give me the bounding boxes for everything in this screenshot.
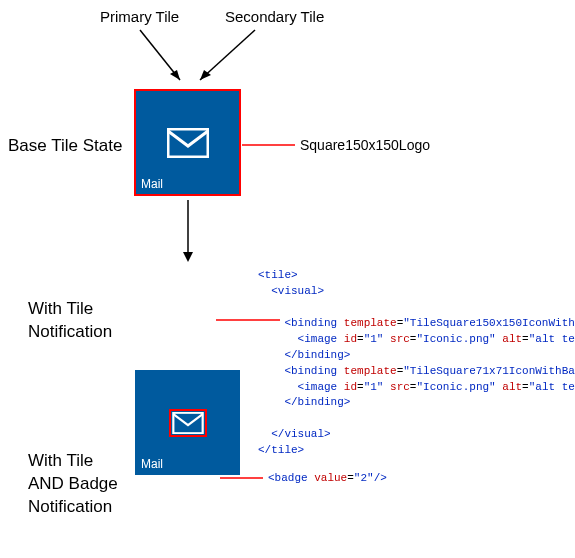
state-label-badge-l3: Notification: [28, 496, 118, 519]
state-label-notif-l1: With Tile: [28, 298, 112, 321]
badge-code: <badge value="2"/>: [268, 471, 387, 487]
state-label-badge-l1: With Tile: [28, 450, 118, 473]
xml-code-block: <tile> <visual> <binding template="TileS…: [258, 252, 575, 459]
state-label-badge: With Tile AND Badge Notification: [28, 450, 118, 519]
tile-label: Mail: [141, 457, 163, 471]
svg-rect-12: [173, 412, 202, 433]
notif-tile: Mail: [135, 370, 240, 475]
mail-icon: [170, 410, 206, 436]
state-label-notif-l2: Notification: [28, 321, 112, 344]
anno-square-logo: Square150x150Logo: [300, 137, 430, 153]
state-label-notif: With Tile Notification: [28, 298, 112, 344]
state-label-badge-l2: AND Badge: [28, 473, 118, 496]
svg-marker-9: [183, 252, 193, 262]
